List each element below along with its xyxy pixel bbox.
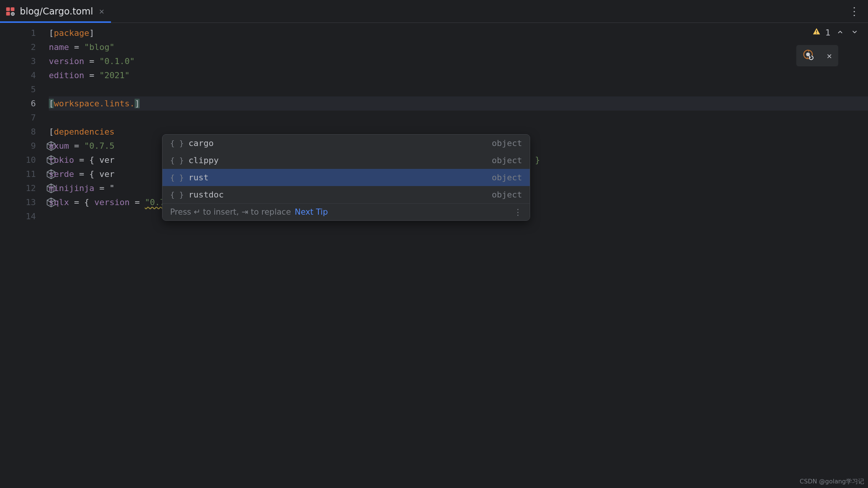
tab-bar: blog/Cargo.toml ✕ ⋮ (0, 0, 868, 23)
line-number: 10 (0, 153, 46, 167)
svg-rect-1 (11, 7, 14, 11)
prev-highlight-icon[interactable] (835, 28, 845, 37)
svg-point-3 (11, 12, 15, 16)
line-number: 1 (0, 26, 46, 40)
line-number: 11 (0, 167, 46, 181)
completion-footer: Press ↵ to insert, ⇥ to replace Next Tip… (162, 203, 530, 220)
completion-label: rustdoc (188, 190, 487, 199)
object-icon: { } (170, 190, 184, 199)
code-line: [package] (49, 26, 868, 40)
next-highlight-icon[interactable] (850, 28, 860, 37)
completion-type: object (492, 156, 522, 165)
editor: 1234567891011121314 1 ✕ [package] name =… (0, 23, 868, 488)
cargo-file-icon (5, 6, 15, 16)
svg-rect-2 (6, 12, 10, 16)
cargo-refresh-icon[interactable] (803, 49, 814, 63)
object-icon: { } (170, 156, 184, 165)
completion-label: clippy (188, 156, 487, 165)
tab-title: blog/Cargo.toml (20, 6, 93, 17)
tab-close-icon[interactable]: ✕ (98, 5, 106, 18)
svg-rect-6 (816, 33, 817, 34)
line-number: 8 (0, 125, 46, 139)
svg-point-8 (806, 52, 810, 56)
completion-item-rustdoc[interactable]: { }rustdocobject (162, 186, 530, 203)
warning-count: 1 (825, 28, 831, 37)
svg-rect-0 (6, 7, 10, 11)
line-number: 5 (0, 82, 46, 96)
line-number: 9 (0, 139, 46, 153)
line-number: 6 (0, 96, 46, 111)
watermark: CSDN @golang学习记 (800, 478, 864, 486)
completion-item-clippy[interactable]: { }clippyobject (162, 152, 530, 169)
line-number: 14 (0, 209, 46, 223)
close-panel-icon[interactable]: ✕ (827, 51, 832, 61)
line-number: 2 (0, 40, 46, 54)
line-number: 3 (0, 54, 46, 68)
completion-popup: { }cargoobject{ }clippyobject{ }rustobje… (162, 134, 530, 221)
code-line: edition = "2021" (49, 68, 868, 82)
completion-type: object (492, 190, 522, 199)
inspection-widget[interactable]: 1 (812, 27, 860, 38)
line-number: 7 (0, 111, 46, 125)
completion-label: cargo (188, 138, 487, 148)
completion-type: object (492, 138, 522, 148)
object-icon: { } (170, 139, 184, 148)
completion-type: object (492, 173, 522, 182)
line-number: 4 (0, 68, 46, 82)
tab-options-icon[interactable]: ⋮ (849, 5, 860, 18)
code-line: name = "blog" (49, 40, 868, 54)
completion-label: rust (188, 173, 487, 182)
completion-item-rust[interactable]: { }rustobject (162, 169, 530, 186)
gutter: 1234567891011121314 (0, 23, 46, 488)
floating-action-panel: ✕ (796, 45, 838, 66)
tab-cargo-toml[interactable]: blog/Cargo.toml ✕ (0, 0, 111, 22)
completion-more-icon[interactable]: ⋮ (514, 207, 522, 217)
code-line: version = "0.1.0" (49, 54, 868, 68)
completion-hint: Press ↵ to insert, ⇥ to replace (170, 207, 291, 217)
warning-icon (812, 27, 821, 38)
code-area[interactable]: 1 ✕ [package] name = "blog" version = "0… (46, 23, 868, 488)
code-line (49, 82, 868, 96)
completion-item-cargo[interactable]: { }cargoobject (162, 135, 530, 152)
next-tip-link[interactable]: Next Tip (295, 207, 328, 217)
svg-rect-5 (816, 30, 817, 32)
line-number: 12 (0, 181, 46, 195)
code-line-current: [workspace.lints.] (49, 96, 868, 111)
code-line (49, 111, 868, 125)
line-number: 13 (0, 195, 46, 209)
object-icon: { } (170, 173, 184, 182)
